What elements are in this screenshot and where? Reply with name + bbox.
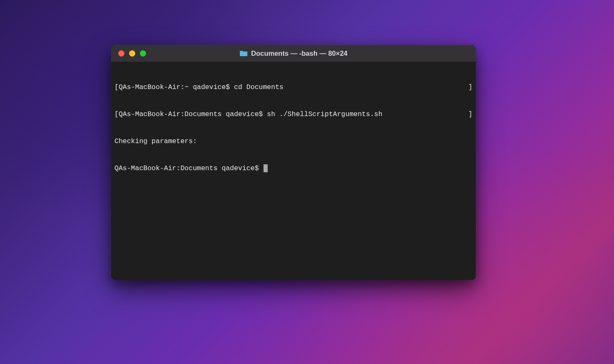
close-button[interactable]: [118, 50, 124, 57]
terminal-line: Checking parameters:: [114, 137, 472, 146]
bracket-left: [: [114, 110, 119, 119]
traffic-lights: [118, 50, 146, 57]
bracket-left: [: [114, 83, 119, 92]
terminal-window[interactable]: Documents — -bash — 80×24 [QAs-MacBook-A…: [111, 45, 476, 280]
window-titlebar[interactable]: Documents — -bash — 80×24: [111, 45, 476, 62]
terminal-text: Checking parameters:: [114, 137, 197, 146]
maximize-button[interactable]: [140, 50, 146, 57]
bracket-right: ]: [468, 110, 472, 119]
terminal-line: [QAs-MacBook-Air:Documents qadevice$ sh …: [114, 110, 472, 119]
folder-icon: [239, 50, 248, 57]
cursor: [263, 164, 268, 172]
bracket-right: ]: [468, 83, 472, 92]
terminal-text: QAs-MacBook-Air:Documents qadevice$ sh .…: [119, 110, 383, 119]
terminal-line: QAs-MacBook-Air:Documents qadevice$: [114, 164, 472, 173]
terminal-line: [QAs-MacBook-Air:~ qadevice$ cd Document…: [114, 83, 472, 92]
minimize-button[interactable]: [129, 50, 135, 57]
window-title-text: Documents — -bash — 80×24: [251, 50, 348, 57]
terminal-body[interactable]: [QAs-MacBook-Air:~ qadevice$ cd Document…: [111, 62, 476, 280]
terminal-prompt: QAs-MacBook-Air:Documents qadevice$: [114, 164, 263, 173]
window-title: Documents — -bash — 80×24: [239, 50, 348, 57]
terminal-text: QAs-MacBook-Air:~ qadevice$ cd Documents: [119, 83, 283, 92]
